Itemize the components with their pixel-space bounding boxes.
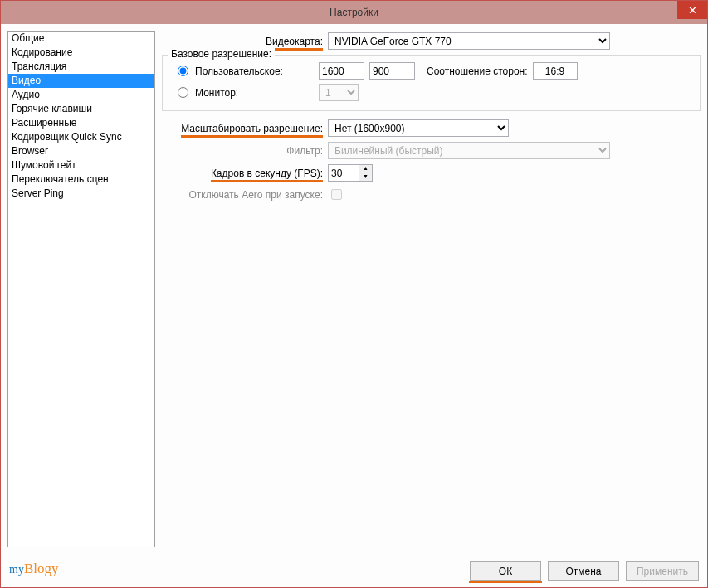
filter-label: Фильтр: — [286, 145, 323, 157]
filter-select[interactable]: Билинейный (быстрый) — [328, 142, 610, 159]
sidebar-item-noisegate[interactable]: Шумовой гейт — [8, 158, 154, 173]
radio-monitor-label: Монитор: — [195, 87, 238, 99]
radio-custom[interactable] — [178, 66, 188, 76]
cancel-button[interactable]: Отмена — [548, 561, 619, 581]
sidebar-item-audio[interactable]: Аудио — [8, 88, 154, 102]
sidebar-item-encoding[interactable]: Кодирование — [8, 46, 154, 60]
monitor-select[interactable]: 1 — [319, 84, 359, 101]
fps-label: Кадров в секунду (FPS): — [211, 168, 323, 182]
settings-panel-video: Видеокарта: NVIDIA GeForce GTX 770 Базов… — [162, 31, 701, 547]
category-list[interactable]: Общие Кодирование Трансляция Видео Аудио… — [7, 31, 155, 547]
sidebar-item-browser[interactable]: Browser — [8, 144, 154, 158]
dialog-footer: myBlogy ОК Отмена Применить — [9, 561, 699, 581]
aspect-ratio-label: Соотношение сторон: — [427, 66, 528, 77]
sidebar-item-general[interactable]: Общие — [8, 32, 154, 46]
scale-resolution-label: Масштабировать разрешение: — [181, 123, 323, 138]
sidebar-item-broadcast[interactable]: Трансляция — [8, 60, 154, 74]
sidebar-item-server-ping[interactable]: Server Ping — [8, 187, 154, 201]
aspect-ratio-value: 16:9 — [533, 62, 578, 80]
res-width-input[interactable] — [319, 62, 364, 80]
disable-aero-label: Отключать Aero при запуске: — [188, 189, 323, 201]
content-area: Общие Кодирование Трансляция Видео Аудио… — [1, 24, 707, 587]
video-card-select[interactable]: NVIDIA GeForce GTX 770 — [328, 32, 610, 50]
close-icon: ✕ — [688, 4, 697, 17]
sidebar-item-scene-switcher[interactable]: Переключатель сцен — [8, 173, 154, 187]
scale-resolution-select[interactable]: Нет (1600x900) — [328, 119, 509, 137]
fps-up-button[interactable]: ▲ — [359, 165, 372, 173]
radio-monitor[interactable] — [178, 87, 188, 98]
base-resolution-group: Базовое разрешение: Пользовательское: Со… — [162, 55, 701, 111]
sidebar-item-hotkeys[interactable]: Горячие клавиши — [8, 102, 154, 116]
ok-button[interactable]: ОК — [470, 561, 541, 581]
watermark-logo: myBlogy — [9, 561, 58, 577]
close-button[interactable]: ✕ — [677, 1, 707, 19]
titlebar: Настройки ✕ — [1, 1, 707, 24]
res-height-input[interactable] — [369, 62, 415, 80]
window-title: Настройки — [330, 7, 378, 18]
apply-button[interactable]: Применить — [626, 561, 699, 581]
fps-down-button[interactable]: ▼ — [359, 173, 372, 181]
radio-custom-label: Пользовательское: — [195, 66, 283, 77]
settings-window: Настройки ✕ Общие Кодирование Трансляция… — [0, 0, 708, 588]
base-resolution-legend: Базовое разрешение: — [168, 48, 275, 60]
sidebar-item-video[interactable]: Видео — [8, 74, 154, 88]
fps-input[interactable] — [329, 165, 359, 181]
fps-spinner[interactable]: ▲ ▼ — [328, 164, 373, 182]
disable-aero-checkbox[interactable] — [331, 189, 342, 200]
sidebar-item-advanced[interactable]: Расширенные — [8, 116, 154, 130]
sidebar-item-quicksync[interactable]: Кодировщик Quick Sync — [8, 130, 154, 144]
